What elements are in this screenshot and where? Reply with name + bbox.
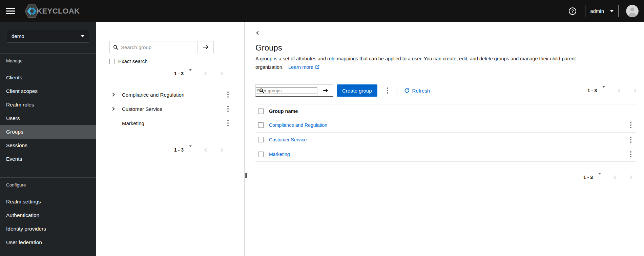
row-checkbox[interactable] [258,152,264,157]
caret-down-icon [189,69,192,76]
group-link[interactable]: Customer Service [269,137,307,142]
resizer-grip-icon [245,173,247,178]
pagination-range: 1 - 3 [583,175,593,180]
learn-more-link[interactable]: Learn more [288,64,319,70]
filter-groups-input[interactable] [256,87,317,94]
sidebar-item-authentication[interactable]: Authentication [0,209,96,222]
tree-item[interactable]: Marketing [96,116,244,130]
caret-down-icon [598,173,601,180]
tree-item-label[interactable]: Compliance and Regulation [122,92,184,98]
row-checkbox[interactable] [258,137,264,142]
pagination-prev-button[interactable] [614,176,617,179]
kebab-menu-icon[interactable] [628,150,633,159]
table-row: Customer Service [255,133,636,147]
tree-item[interactable]: Customer Service [96,102,244,116]
toolbar-kebab-menu-icon[interactable] [385,86,390,95]
user-menu-dropdown[interactable]: admin [585,5,619,17]
hamburger-menu-icon[interactable] [6,8,15,14]
kebab-menu-icon[interactable] [225,104,231,114]
arrow-right-icon [203,45,209,50]
group-search [109,41,214,53]
groups-main-panel: Groups A group is a set of attributes an… [247,22,644,256]
pagination-range: 1 - 3 [174,147,184,153]
topbar-actions: ? admin [569,5,639,17]
tree-pagination-top: 1 - 3 [96,67,244,80]
expand-toggle[interactable] [111,107,118,110]
tree-item-label[interactable]: Marketing [122,120,144,126]
refresh-label: Refresh [412,88,430,94]
pagination-next-button[interactable] [633,89,636,92]
search-icon [113,45,118,50]
arrow-right-icon [323,88,328,93]
external-link-icon [315,65,319,69]
pagination-prev-button[interactable] [618,89,621,92]
chevron-right-icon [628,175,632,179]
sidebar-item-clients[interactable]: Clients [0,71,96,84]
chevron-left-icon [256,31,260,35]
keycloak-logo[interactable]: KEYCLOAK [24,3,80,19]
sidebar-item-realm-roles[interactable]: Realm roles [0,98,96,112]
filter-submit-button[interactable] [317,85,333,96]
help-icon[interactable]: ? [569,7,576,15]
chevron-right-icon [219,148,223,152]
table-pagination-bottom: 1 - 3 [255,171,636,183]
table-header-row: Group name [255,104,636,118]
group-tree: Compliance and Regulation Customer Servi… [96,87,244,130]
page-title: Groups [255,43,636,53]
pagination-prev-button[interactable] [205,149,208,151]
column-header-group-name: Group name [269,109,298,114]
caret-down-icon [81,35,84,37]
pagination-menu-toggle[interactable] [597,174,602,181]
collapse-panel-button[interactable] [254,29,262,37]
search-submit-button[interactable] [198,41,213,53]
kebab-menu-icon[interactable] [628,120,633,130]
realm-selector[interactable]: demo [7,30,89,42]
expand-toggle[interactable] [111,93,118,96]
pagination-range: 1 - 3 [174,71,184,76]
divider [397,86,397,95]
kebab-menu-icon[interactable] [225,118,231,128]
sidebar-item-sessions[interactable]: Sessions [0,139,96,152]
select-all-checkbox[interactable] [258,109,264,114]
page-description: A group is a set of attributes and role … [255,55,636,72]
table-row: Compliance and Regulation [255,118,636,133]
refresh-button[interactable]: Refresh [404,88,430,94]
panel-resizer[interactable] [245,22,247,256]
avatar[interactable] [626,5,639,17]
chevron-left-icon [614,175,617,179]
groups-table: Group name Compliance and Regulation Cus… [255,104,636,162]
realm-name: demo [12,33,24,39]
kebab-menu-icon[interactable] [628,135,633,144]
chevron-right-icon [111,93,115,96]
caret-down-icon [189,145,192,153]
exact-search-checkbox[interactable] [109,59,115,64]
row-checkbox[interactable] [258,122,264,128]
pagination-next-button[interactable] [629,176,632,179]
group-link[interactable]: Compliance and Regulation [269,122,327,128]
refresh-icon [404,88,410,93]
sidebar-item-client-scopes[interactable]: Client scopes [0,84,96,98]
sidebar-item-groups[interactable]: Groups [0,125,96,139]
sidebar-item-user-federation[interactable]: User federation [0,236,96,249]
sidebar: demo Manage Clients Client scopes Realm … [0,22,96,256]
caret-down-icon [610,10,614,12]
tree-item[interactable]: Compliance and Regulation [96,87,244,102]
pagination-next-button[interactable] [220,72,223,75]
pagination-next-button[interactable] [220,149,223,151]
sidebar-item-events[interactable]: Events [0,152,96,166]
pagination-menu-toggle[interactable] [188,70,193,77]
chevron-left-icon [204,72,208,75]
sidebar-item-identity-providers[interactable]: Identity providers [0,222,96,236]
pagination-menu-toggle[interactable] [601,87,606,94]
pagination-menu-toggle[interactable] [188,146,193,154]
pagination-prev-button[interactable] [205,72,208,75]
sidebar-item-realm-settings[interactable]: Realm settings [0,195,96,209]
tree-item-label[interactable]: Customer Service [122,106,162,112]
sidebar-item-users[interactable]: Users [0,112,96,125]
search-group-input[interactable] [110,41,198,53]
create-group-button[interactable]: Create group [337,84,377,97]
kebab-menu-icon[interactable] [225,90,231,99]
chevron-right-icon [219,72,223,75]
pagination-range: 1 - 3 [587,88,597,93]
group-link[interactable]: Marketing [269,152,290,157]
